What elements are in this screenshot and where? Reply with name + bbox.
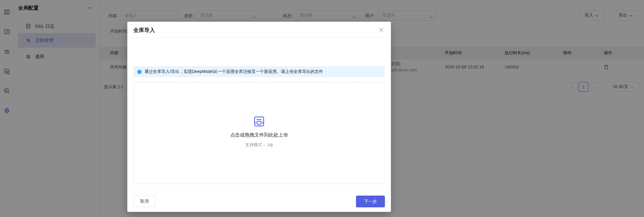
cancel-button[interactable]: 取消 [133,196,156,207]
dialog-footer: 取消 下一步 [127,191,391,212]
upload-file-icon [253,116,265,127]
dialog-title: 全库导入 [133,27,155,34]
next-button-label: 下一步 [364,199,377,204]
close-icon[interactable] [379,27,384,32]
next-step-button[interactable]: 下一步 [356,196,385,207]
full-db-import-dialog: 全库导入 1 上传文件 2 全库导入 通过全库导入/导出，实现DeepModel… [127,22,391,212]
dialog-header: 全库导入 [127,22,391,38]
upload-main-text: 点击或拖拽文件到此处上传 [134,132,385,138]
info-banner: 通过全库导入/导出，实现DeepModel从一个应用全库迁移至一个新应用。请上传… [133,66,385,77]
info-text: 通过全库导入/导出，实现DeepModel从一个应用全库迁移至一个新应用。请上传… [144,69,323,74]
info-icon [137,70,142,74]
upload-hint-text: 支持格式：.zip [134,142,385,148]
cancel-button-label: 取消 [140,199,149,204]
upload-dropzone[interactable]: 点击或拖拽文件到此处上传 支持格式：.zip [133,82,385,184]
